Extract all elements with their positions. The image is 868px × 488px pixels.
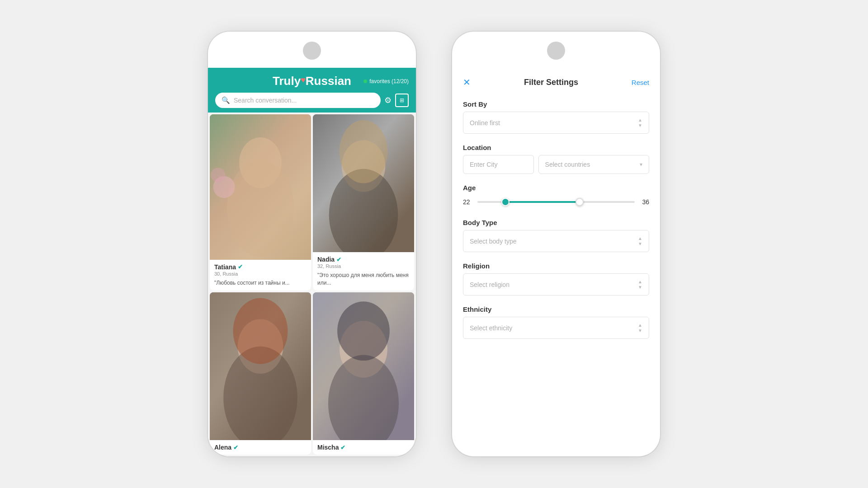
sort-by-arrows: ▲ ▼ xyxy=(638,117,642,128)
age-thumb-right[interactable] xyxy=(576,198,584,206)
age-max-value: 36 xyxy=(642,198,649,206)
religion-arrows: ▲ ▼ xyxy=(638,279,642,290)
filter-close-button[interactable]: ✕ xyxy=(463,77,471,88)
body-type-label: Body Type xyxy=(463,219,649,226)
profile-info-tatiana: Tatiana ✔ 30, Russia "Любовь состоит из … xyxy=(210,260,311,291)
svg-point-8 xyxy=(340,120,388,183)
profile-name-row-mischa: Mischa ✔ xyxy=(317,444,410,451)
age-thumb-left[interactable] xyxy=(501,198,509,206)
sort-by-select[interactable]: Online first ▲ ▼ xyxy=(463,112,649,134)
country-select[interactable]: Select countries ▾ xyxy=(538,155,649,174)
religion-placeholder: Select religion xyxy=(470,281,509,288)
age-min-value: 22 xyxy=(463,198,470,206)
profile-quote-tatiana: "Любовь состоит из тайны и... xyxy=(214,279,307,287)
right-phone-inner: ✕ Filter Settings Reset Sort By Online f… xyxy=(452,68,660,456)
svg-point-4 xyxy=(211,168,225,182)
verified-icon-tatiana: ✔ xyxy=(238,263,243,270)
city-placeholder: Enter City xyxy=(470,161,497,168)
ethnicity-placeholder: Select ethnicity xyxy=(470,324,512,332)
sort-by-value: Online first xyxy=(470,119,500,127)
left-phone: Truly ♥ Russian favorites (12/20) 🔍 Sear… xyxy=(208,32,416,456)
profile-info-nadia: Nadia ✔ 32, Russia "Это хорошо для меня … xyxy=(313,252,414,291)
svg-point-16 xyxy=(337,301,390,361)
sort-by-label: Sort By xyxy=(463,100,649,108)
profile-quote-nadia: "Это хорошо для меня любить меня или... xyxy=(317,272,410,287)
profile-card-mischa[interactable]: Mischa ✔ xyxy=(313,292,414,455)
svg-point-12 xyxy=(233,298,288,364)
profile-name-mischa: Mischa xyxy=(317,444,339,451)
svg-point-2 xyxy=(227,160,293,257)
verified-icon-mischa: ✔ xyxy=(340,444,345,451)
screens-container: Truly ♥ Russian favorites (12/20) 🔍 Sear… xyxy=(0,32,868,456)
religion-label: Religion xyxy=(463,262,649,270)
location-row: Enter City Select countries ▾ xyxy=(463,155,649,174)
profile-location-tatiana: 30, Russia xyxy=(214,271,307,277)
profile-card-alena[interactable]: Alena ✔ xyxy=(210,292,311,455)
header-actions: ⚙ ⊞ xyxy=(384,94,409,107)
grid-view-icon[interactable]: ⊞ xyxy=(395,94,409,107)
filter-header: ✕ Filter Settings Reset xyxy=(463,77,649,88)
profile-card-tatiana[interactable]: Tatiana ✔ 30, Russia "Любовь состоит из … xyxy=(210,114,311,291)
search-row: 🔍 Search conversation... ⚙ ⊞ xyxy=(215,93,409,108)
age-range-display: 22 36 xyxy=(463,195,649,209)
favorites-label: favorites (12/20) xyxy=(369,78,409,84)
body-type-placeholder: Select body type xyxy=(470,238,517,245)
religion-section: Religion Select religion ▲ ▼ xyxy=(463,262,649,296)
search-icon: 🔍 xyxy=(222,96,230,104)
ethnicity-select[interactable]: Select ethnicity ▲ ▼ xyxy=(463,317,649,339)
profile-info-alena: Alena ✔ xyxy=(210,440,311,455)
city-input[interactable]: Enter City xyxy=(463,155,534,174)
country-placeholder: Select countries xyxy=(545,161,590,168)
app-header: Truly ♥ Russian favorites (12/20) 🔍 Sear… xyxy=(208,68,416,113)
profile-info-mischa: Mischa ✔ xyxy=(313,440,414,455)
filter-reset-button[interactable]: Reset xyxy=(632,79,649,86)
age-label: Age xyxy=(463,184,649,192)
age-track xyxy=(477,201,635,203)
filter-title: Filter Settings xyxy=(524,78,578,87)
profile-image-tatiana xyxy=(210,114,311,260)
profile-name-nadia: Nadia xyxy=(317,256,335,263)
ethnicity-label: Ethnicity xyxy=(463,305,649,313)
logo-russian: Russian xyxy=(306,74,351,88)
profile-card-nadia[interactable]: Nadia ✔ 32, Russia "Это хорошо для меня … xyxy=(313,114,414,291)
online-dot-icon xyxy=(363,80,367,83)
profile-grid: Tatiana ✔ 30, Russia "Любовь состоит из … xyxy=(208,113,416,456)
age-section: Age 22 36 xyxy=(463,184,649,209)
age-track-fill xyxy=(505,201,580,203)
profile-image-mischa xyxy=(313,292,414,440)
profile-name-alena: Alena xyxy=(214,444,231,451)
location-section: Location Enter City Select countries ▾ xyxy=(463,144,649,174)
ethnicity-section: Ethnicity Select ethnicity ▲ ▼ xyxy=(463,305,649,339)
right-phone: ✕ Filter Settings Reset Sort By Online f… xyxy=(452,32,660,456)
sort-by-section: Sort By Online first ▲ ▼ xyxy=(463,100,649,134)
app-logo: Truly ♥ Russian xyxy=(273,74,351,88)
verified-icon-alena: ✔ xyxy=(233,444,238,451)
profile-image-nadia xyxy=(313,114,414,252)
search-placeholder: Search conversation... xyxy=(234,97,297,104)
filter-icon[interactable]: ⚙ xyxy=(384,95,392,105)
profile-location-nadia: 32, Russia xyxy=(317,263,410,269)
ethnicity-arrows: ▲ ▼ xyxy=(638,323,642,333)
body-type-arrows: ▲ ▼ xyxy=(638,236,642,246)
religion-select[interactable]: Select religion ▲ ▼ xyxy=(463,273,649,296)
body-type-select[interactable]: Select body type ▲ ▼ xyxy=(463,230,649,252)
profile-name-row-alena: Alena ✔ xyxy=(214,444,307,451)
left-phone-inner: Truly ♥ Russian favorites (12/20) 🔍 Sear… xyxy=(208,68,416,456)
favorites-badge: favorites (12/20) xyxy=(363,78,409,84)
profile-name-tatiana: Tatiana xyxy=(214,263,236,271)
profile-name-row-nadia: Nadia ✔ xyxy=(317,256,410,263)
location-label: Location xyxy=(463,144,649,151)
verified-icon-nadia: ✔ xyxy=(336,256,341,263)
profile-image-alena xyxy=(210,292,311,440)
logo-truly: Truly xyxy=(273,74,301,88)
body-type-section: Body Type Select body type ▲ ▼ xyxy=(463,219,649,252)
profile-name-row-tatiana: Tatiana ✔ xyxy=(214,263,307,271)
filter-screen: ✕ Filter Settings Reset Sort By Online f… xyxy=(452,68,660,456)
country-dropdown-arrow: ▾ xyxy=(640,161,642,168)
age-slider[interactable] xyxy=(477,195,635,209)
search-box[interactable]: 🔍 Search conversation... xyxy=(215,93,381,108)
app-header-top: Truly ♥ Russian favorites (12/20) xyxy=(215,74,409,88)
logo-heart-icon: ♥ xyxy=(301,75,306,85)
